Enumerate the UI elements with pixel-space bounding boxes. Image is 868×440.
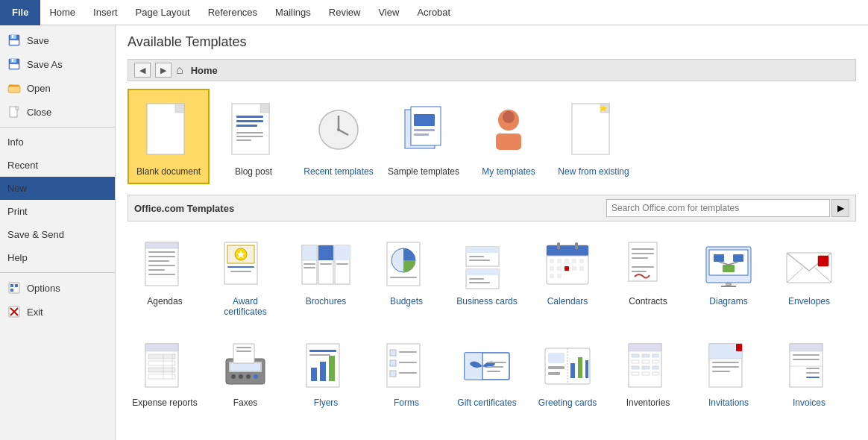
svg-rect-3 — [10, 40, 19, 45]
template-invoices[interactable]: Invoices — [772, 330, 846, 415]
sidebar-item-help[interactable]: Help — [0, 246, 115, 269]
diagrams-icon — [700, 236, 757, 293]
sidebar-item-info[interactable]: Info — [0, 131, 115, 154]
svg-rect-104 — [632, 253, 654, 254]
budgets-label: Budgets — [390, 296, 423, 307]
gift-certificates-label: Gift certificates — [457, 397, 516, 408]
template-blog-post[interactable]: Blog post — [213, 89, 295, 184]
menu-references[interactable]: References — [199, 0, 266, 25]
nav-back-button[interactable]: ◀ — [134, 63, 151, 78]
template-contracts[interactable]: Contracts — [611, 229, 685, 324]
sidebar-item-close[interactable]: Close — [0, 100, 115, 124]
svg-rect-124 — [148, 361, 175, 365]
template-brochures[interactable]: Brochures — [289, 229, 363, 324]
menu-insert[interactable]: Insert — [84, 0, 127, 25]
svg-rect-89 — [557, 259, 562, 263]
menu-view[interactable]: View — [369, 0, 408, 25]
template-my-templates[interactable]: My templates — [468, 89, 550, 184]
new-from-existing-icon — [564, 96, 623, 163]
svg-rect-147 — [399, 351, 417, 353]
file-menu[interactable]: File — [0, 0, 40, 25]
save-send-label: Save & Send — [7, 229, 64, 240]
home-icon: ⌂ — [176, 63, 183, 77]
svg-rect-94 — [557, 266, 562, 271]
faxes-icon — [217, 338, 274, 395]
template-envelopes[interactable]: Envelopes — [772, 229, 846, 324]
sidebar-item-print[interactable]: Print — [0, 200, 115, 223]
award-certificates-icon — [217, 236, 274, 293]
template-greeting-cards[interactable]: Greeting cards — [530, 330, 605, 415]
sidebar-item-save[interactable]: Save — [0, 28, 115, 52]
template-forms[interactable]: Forms — [369, 330, 444, 415]
template-flyers[interactable]: Flyers — [289, 330, 363, 415]
sidebar-item-new[interactable]: New — [0, 177, 115, 200]
svg-rect-106 — [632, 266, 654, 268]
flyers-icon — [298, 338, 354, 395]
menu-review[interactable]: Review — [320, 0, 370, 25]
svg-rect-28 — [236, 116, 263, 118]
svg-rect-111 — [733, 254, 743, 262]
close-doc-icon — [7, 105, 21, 119]
template-gift-certificates[interactable]: Gift certificates — [450, 330, 524, 415]
svg-rect-112 — [723, 265, 735, 272]
template-agendas[interactable]: Agendas — [128, 229, 202, 324]
svg-rect-45 — [496, 133, 521, 150]
menu-acrobat[interactable]: Acrobat — [408, 0, 459, 25]
invitations-label: Invitations — [708, 397, 749, 408]
svg-rect-91 — [572, 259, 576, 263]
exit-label: Exit — [27, 307, 43, 318]
template-sample-templates[interactable]: Sample templates — [383, 89, 465, 184]
template-recent-templates[interactable]: Recent templates — [298, 89, 380, 184]
sidebar-item-save-as[interactable]: Save As — [0, 52, 115, 76]
template-budgets[interactable]: Budgets — [369, 229, 444, 324]
invoices-icon — [781, 338, 837, 395]
svg-rect-122 — [145, 344, 178, 351]
menu-home[interactable]: Home — [40, 0, 84, 25]
template-faxes[interactable]: Faxes — [208, 330, 283, 415]
svg-point-136 — [239, 374, 243, 379]
template-inventories[interactable]: Inventories — [611, 330, 685, 415]
sidebar-item-open[interactable]: Open — [0, 76, 115, 100]
recent-label: Recent — [7, 160, 38, 171]
menu-page-layout[interactable]: Page Layout — [127, 0, 199, 25]
svg-rect-110 — [714, 254, 724, 262]
template-expense-reports[interactable]: Expense reports — [128, 330, 202, 415]
template-calendars[interactable]: Calendars — [530, 229, 605, 324]
calendars-icon — [539, 236, 596, 293]
close-label: Close — [27, 107, 51, 118]
greeting-cards-icon — [539, 338, 596, 395]
svg-rect-62 — [227, 266, 254, 268]
template-blank-document[interactable]: Blank document — [128, 89, 210, 184]
sidebar-item-recent[interactable]: Recent — [0, 154, 115, 177]
template-business-cards[interactable]: Business cards — [450, 229, 524, 324]
svg-rect-161 — [548, 366, 564, 369]
svg-rect-120 — [818, 256, 828, 266]
svg-rect-68 — [318, 245, 333, 260]
menu-mailings[interactable]: Mailings — [266, 0, 320, 25]
flyers-label: Flyers — [314, 397, 339, 408]
svg-rect-116 — [721, 286, 736, 287]
sidebar-item-options[interactable]: Options — [0, 276, 115, 300]
search-button[interactable]: ▶ — [831, 199, 849, 217]
svg-point-135 — [231, 374, 236, 379]
svg-rect-69 — [335, 245, 350, 260]
svg-rect-190 — [806, 368, 820, 369]
svg-rect-162 — [548, 372, 560, 375]
svg-rect-103 — [632, 248, 654, 250]
svg-rect-54 — [148, 260, 169, 262]
search-input[interactable] — [606, 199, 830, 217]
sidebar-item-save-send[interactable]: Save & Send — [0, 223, 115, 246]
blank-document-icon — [139, 96, 198, 163]
nav-forward-button[interactable]: ▶ — [155, 63, 172, 78]
options-icon — [7, 281, 21, 295]
sidebar: Save Save As Open Close Info Recent — [0, 25, 116, 440]
contracts-label: Contracts — [629, 296, 667, 307]
calendars-label: Calendars — [547, 296, 588, 307]
svg-rect-174 — [632, 366, 639, 369]
sidebar-item-exit[interactable]: Exit — [0, 300, 115, 324]
template-diagrams[interactable]: Diagrams — [691, 229, 766, 324]
template-new-from-existing[interactable]: New from existing — [553, 89, 635, 184]
my-templates-icon — [479, 96, 538, 163]
template-invitations[interactable]: Invitations — [691, 330, 766, 415]
template-award-certificates[interactable]: Award certificates — [208, 229, 283, 324]
